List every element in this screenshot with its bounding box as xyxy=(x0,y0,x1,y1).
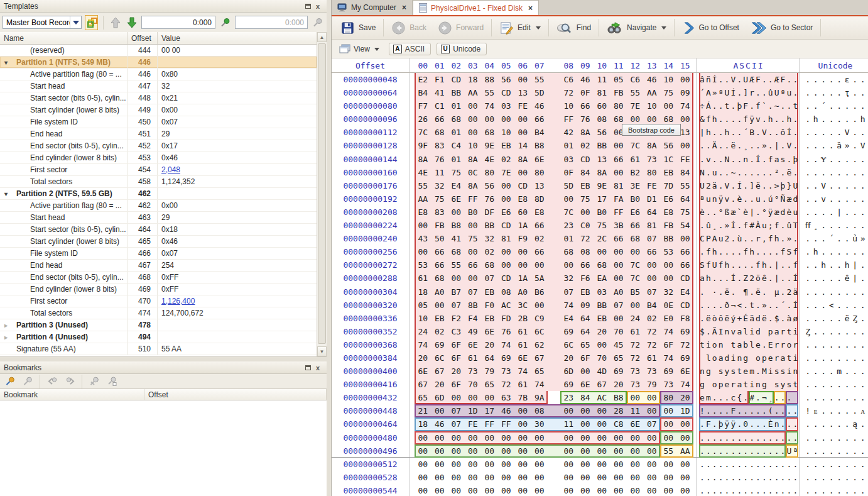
ascii-char[interactable]: ÿ xyxy=(768,206,774,219)
hex-byte[interactable]: 73 xyxy=(644,153,661,166)
unicode-char[interactable]: . xyxy=(851,325,859,338)
hex-byte[interactable]: FE xyxy=(514,99,531,113)
ascii-char[interactable]: f xyxy=(768,232,774,245)
ascii-char[interactable]: . xyxy=(742,431,749,444)
hex-byte[interactable]: 4D xyxy=(594,365,610,378)
hex-byte[interactable]: 00 xyxy=(481,444,498,458)
ascii-char[interactable]: . xyxy=(724,458,730,471)
ascii-char[interactable]: . xyxy=(768,99,774,113)
unicode-char[interactable]: . xyxy=(804,444,812,458)
ascii-char[interactable]: e xyxy=(768,351,774,365)
ascii-char[interactable]: ° xyxy=(761,206,768,219)
ascii-char[interactable]: g xyxy=(705,365,712,378)
hex-byte[interactable]: 60 xyxy=(514,206,531,219)
ascii-char[interactable]: ë xyxy=(755,285,761,299)
unicode-char[interactable]: . xyxy=(804,378,812,391)
hex-byte[interactable]: 6E xyxy=(514,351,531,365)
hex-byte[interactable]: 79 xyxy=(481,365,498,378)
unicode-char[interactable]: . xyxy=(835,258,844,272)
ascii-char[interactable]: g xyxy=(761,378,768,391)
hex-byte[interactable]: 00 xyxy=(644,404,661,417)
ascii-char[interactable]: . xyxy=(730,471,736,484)
hex-byte[interactable]: 00 xyxy=(627,245,644,258)
hex-byte[interactable]: 00 xyxy=(531,458,548,471)
ascii-char[interactable]: . xyxy=(718,139,724,152)
hex-byte[interactable]: 74 xyxy=(481,99,498,113)
hex-byte[interactable]: 00 xyxy=(644,391,661,404)
hex-byte[interactable]: 55 xyxy=(481,86,498,99)
hex-byte[interactable]: 53 xyxy=(660,245,677,258)
ascii-char[interactable] xyxy=(768,378,774,391)
hex-byte[interactable]: 6C xyxy=(531,325,548,338)
hex-byte[interactable]: 00 xyxy=(481,113,498,126)
hex-byte[interactable]: 00 xyxy=(514,258,531,272)
ascii-char[interactable]: ¶ xyxy=(742,285,749,299)
hex-byte[interactable]: 00 xyxy=(577,444,594,458)
goto-offset-button[interactable]: Go to Offset xyxy=(676,18,744,38)
hex-bytes[interactable]: B441BBAA55CD135D720F81FB55AA7509 xyxy=(415,86,693,99)
unicode-char[interactable]: . xyxy=(804,471,812,484)
unicode-text[interactable]: .....ҭ.. xyxy=(804,86,867,99)
hex-byte[interactable]: 00 xyxy=(660,99,677,113)
hex-byte[interactable]: 73 xyxy=(627,378,644,391)
ascii-char[interactable]: . xyxy=(742,179,749,192)
unicode-char[interactable]: . xyxy=(812,444,820,458)
unicode-char[interactable]: . xyxy=(812,391,820,404)
hex-byte[interactable]: F8 xyxy=(677,312,694,325)
unicode-char[interactable]: . xyxy=(804,86,812,99)
ascii-char[interactable]: . xyxy=(755,391,761,404)
unicode-char[interactable]: . xyxy=(851,365,859,378)
ascii-char[interactable]: . xyxy=(736,404,742,417)
hex-byte[interactable]: 14 xyxy=(514,139,531,152)
ascii-char[interactable] xyxy=(736,285,742,299)
ascii-char[interactable]: . xyxy=(705,471,712,484)
unicode-char[interactable]: . xyxy=(835,285,844,299)
hex-byte[interactable]: 00 xyxy=(660,484,677,496)
ascii-char[interactable]: . xyxy=(705,444,712,458)
ascii-char[interactable]: . xyxy=(761,113,768,126)
ascii-char[interactable]: . xyxy=(761,417,768,431)
unicode-char[interactable]: ê xyxy=(844,272,852,285)
ascii-char[interactable]: È xyxy=(768,417,774,431)
close-icon[interactable]: × xyxy=(528,4,533,13)
unicode-char[interactable]: . xyxy=(828,285,836,299)
template-row[interactable]: Active partition flag (80 = ...4620x00 xyxy=(0,200,317,212)
ascii-char[interactable]: . xyxy=(736,471,742,484)
ascii-char[interactable]: ä xyxy=(792,285,798,299)
hex-byte[interactable]: 62 xyxy=(531,338,548,351)
hex-byte[interactable]: 00 xyxy=(594,484,610,496)
hex-byte[interactable]: 00 xyxy=(465,458,482,471)
unicode-char[interactable]: . xyxy=(859,258,867,272)
hex-byte[interactable]: 55 xyxy=(677,179,694,192)
template-row[interactable]: ▾Partition 2 (NTFS, 59.5 GB)462 xyxy=(0,188,317,200)
hex-byte[interactable]: CD xyxy=(448,73,465,86)
unicode-char[interactable]: . xyxy=(812,338,820,351)
ascii-char[interactable]: ñ xyxy=(705,73,712,86)
hex-byte[interactable]: 3B xyxy=(610,219,627,232)
unicode-char[interactable]: . xyxy=(859,219,867,232)
hex-bytes[interactable]: 6168000007CD1A5A32F6EA007C0000CD xyxy=(415,272,693,285)
ascii-char[interactable]: . xyxy=(768,431,774,444)
hex-byte[interactable]: FE xyxy=(644,179,661,192)
hex-byte[interactable]: 67 xyxy=(415,378,431,391)
hex-byte[interactable]: BB xyxy=(594,139,610,152)
hex-byte[interactable]: 7D xyxy=(660,179,677,192)
unicode-char[interactable]: . xyxy=(820,285,828,299)
unicode-char[interactable]: . xyxy=(859,272,867,285)
unicode-char[interactable]: . xyxy=(859,471,867,484)
hex-byte[interactable]: 00 xyxy=(415,458,431,471)
hex-byte[interactable]: 00 xyxy=(610,166,627,179)
ascii-char[interactable]: S xyxy=(786,245,792,258)
unicode-text[interactable]: ........ xyxy=(804,458,867,471)
ascii-char[interactable]: ô xyxy=(718,312,724,325)
ascii-text[interactable]: em...c{.#.¬¸... xyxy=(699,391,798,404)
ascii-char[interactable]: . xyxy=(768,312,774,325)
hex-byte[interactable]: 18 xyxy=(465,73,482,86)
ascii-char[interactable]: . xyxy=(724,73,730,86)
ascii-char[interactable]: Ñ xyxy=(780,192,786,206)
ascii-char[interactable]: F xyxy=(755,73,761,86)
hex-byte[interactable]: 6E xyxy=(627,417,644,431)
ascii-char[interactable]: . xyxy=(761,245,768,258)
ascii-char[interactable]: < xyxy=(736,299,742,312)
unicode-char[interactable]: . xyxy=(844,365,852,378)
